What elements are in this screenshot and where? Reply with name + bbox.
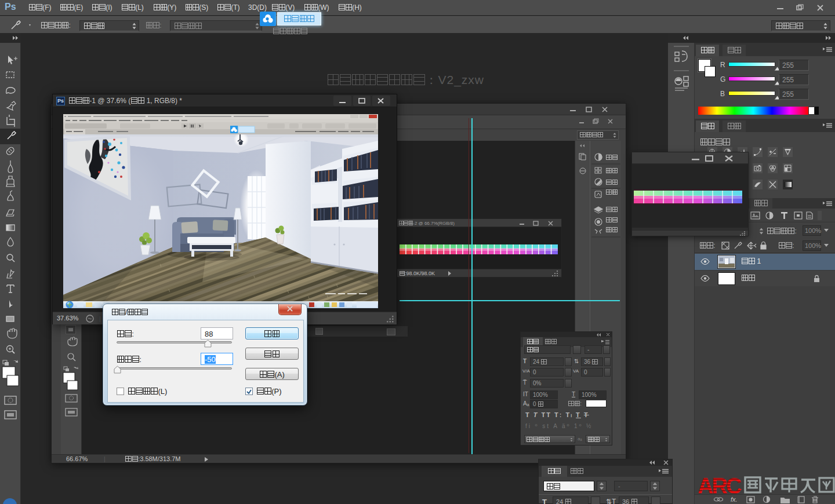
svg-text:ARC: ARC bbox=[699, 474, 742, 498]
